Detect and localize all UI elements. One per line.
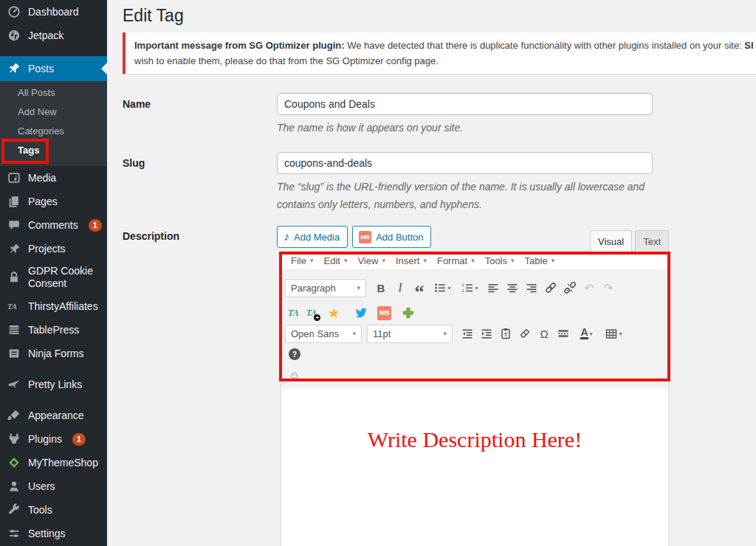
slug-input[interactable]: [277, 152, 653, 174]
menu-table[interactable]: Table: [520, 254, 560, 268]
bullet-list-button[interactable]: [429, 278, 456, 297]
sidebar-item-tags[interactable]: Tags: [0, 141, 107, 160]
align-right-button[interactable]: [522, 278, 541, 297]
insert-shortcode-button[interactable]: [399, 303, 418, 322]
svg-text:T: T: [504, 331, 508, 338]
editor-mode-tabs: Visual Text: [590, 230, 669, 252]
outdent-button[interactable]: [458, 324, 477, 343]
paragraph-format-select[interactable]: Paragraph: [285, 279, 366, 297]
sidebar-item-projects[interactable]: Projects: [0, 237, 107, 260]
sidebar-item-tools[interactable]: Tools: [0, 498, 107, 522]
toolbar-row-5: ☺: [285, 365, 664, 384]
twitter-button[interactable]: [351, 303, 370, 322]
media-icon: ♪: [284, 231, 289, 243]
sidebar-item-plugins[interactable]: Plugins 1: [0, 427, 107, 451]
page-title: Edit Tag: [123, 6, 184, 26]
sidebar-item-thirstyaffiliates[interactable]: TA ThirstyAffiliates: [0, 294, 107, 318]
sidebar-item-add-new[interactable]: Add New: [0, 103, 107, 122]
sidebar-item-all-posts[interactable]: All Posts: [0, 83, 107, 103]
sidebar-item-dashboard[interactable]: Dashboard: [0, 0, 107, 24]
numbered-list-button[interactable]: 12: [456, 278, 484, 297]
sidebar-item-appearance[interactable]: Appearance: [0, 404, 107, 427]
add-button-button[interactable]: MB Add Button: [352, 226, 431, 248]
link-button[interactable]: [541, 278, 560, 297]
lock-icon: [7, 270, 21, 285]
sidebar-item-pretty-links[interactable]: Pretty Links: [0, 373, 107, 396]
font-size-select[interactable]: 11pt: [367, 325, 453, 343]
ta-icon: TA: [288, 308, 299, 319]
name-help-text: The name is how it appears on your site.: [277, 119, 463, 136]
menu-edit[interactable]: Edit: [318, 254, 352, 268]
text-color-button[interactable]: A: [573, 324, 600, 343]
redo-button[interactable]: ↷: [599, 278, 618, 297]
read-more-button[interactable]: [554, 324, 573, 343]
name-label: Name: [123, 98, 151, 110]
tab-text[interactable]: Text: [635, 230, 669, 252]
sidebar-item-ninja-forms[interactable]: Ninja Forms: [0, 342, 107, 365]
pages-icon: [7, 194, 21, 209]
mb-icon: MB: [359, 231, 371, 243]
sidebar-item-label: Appearance: [28, 410, 84, 422]
sidebar-item-label: Media: [28, 172, 56, 184]
sidebar-item-jetpack[interactable]: Jetpack: [0, 24, 107, 47]
sidebar-item-settings[interactable]: Settings: [0, 522, 107, 545]
sidebar-item-categories[interactable]: Categories: [0, 122, 107, 141]
sidebar-item-comments[interactable]: Comments 1: [0, 213, 107, 237]
help-icon: ?: [289, 348, 300, 360]
sidebar-item-media[interactable]: Media: [0, 166, 107, 190]
special-character-button[interactable]: Ω: [535, 324, 554, 343]
media-icon: [7, 170, 21, 185]
clear-formatting-button[interactable]: [515, 324, 535, 343]
rating-star-button[interactable]: ★: [324, 303, 343, 322]
help-button[interactable]: ?: [285, 345, 304, 364]
admin-sidebar: Dashboard Jetpack Posts All Posts Add Ne…: [0, 0, 107, 546]
indent-button[interactable]: [477, 324, 496, 343]
align-left-button[interactable]: [484, 278, 503, 297]
sidebar-item-label: GDPR Cookie Consent: [28, 265, 101, 290]
menu-format[interactable]: Format: [432, 254, 480, 268]
add-media-label: Add Media: [294, 232, 340, 243]
blockquote-button[interactable]: “: [410, 274, 429, 302]
table-button[interactable]: [600, 324, 628, 343]
sidebar-item-pages[interactable]: Pages: [0, 190, 107, 213]
menu-tools[interactable]: Tools: [480, 254, 520, 268]
notice-bold-text: Important message from SG Optimizer plug…: [134, 40, 345, 51]
plugins-count-badge: 1: [72, 433, 86, 446]
sidebar-item-label: Users: [28, 480, 55, 493]
sidebar-item-mythemeshop[interactable]: MyThemeShop: [0, 451, 107, 474]
italic-button[interactable]: I: [391, 278, 410, 297]
undo-button[interactable]: ↶: [580, 278, 599, 297]
slug-label: Slug: [123, 157, 145, 169]
toolbar-row-2: TA TA+ ★ MB: [285, 303, 664, 322]
dashboard-icon: [7, 4, 21, 19]
sidebar-item-posts[interactable]: Posts: [0, 56, 107, 81]
sidebar-item-label: Tools: [28, 504, 52, 516]
sidebar-item-users[interactable]: Users: [0, 474, 107, 498]
paste-as-text-button[interactable]: T: [496, 324, 515, 343]
add-media-button[interactable]: ♪ Add Media: [277, 226, 348, 248]
bold-button[interactable]: B: [371, 278, 391, 297]
menu-file[interactable]: File: [286, 254, 318, 268]
sidebar-item-label: Pages: [28, 196, 58, 208]
unlink-button[interactable]: [560, 278, 580, 297]
name-input[interactable]: [277, 93, 653, 115]
emoticons-button[interactable]: ☺: [285, 365, 304, 384]
settings-icon: [7, 526, 21, 541]
menu-view[interactable]: View: [352, 254, 390, 268]
text-color-glyph: A: [580, 328, 588, 339]
sidebar-item-gdpr-cookie-consent[interactable]: GDPR Cookie Consent: [0, 260, 107, 294]
form-icon: [7, 346, 21, 361]
font-family-select[interactable]: Open Sans: [285, 325, 362, 343]
mb-shortcode-button[interactable]: MB: [377, 303, 391, 322]
editor-content-area[interactable]: Write Description Here!: [281, 389, 668, 546]
thirstyaffiliates-add-link-button[interactable]: TA+: [306, 303, 317, 322]
sidebar-item-label: Plugins: [28, 433, 62, 446]
toolbar-row-3: Open Sans 11pt T Ω: [285, 324, 664, 343]
align-center-button[interactable]: [503, 278, 522, 297]
tab-visual[interactable]: Visual: [590, 230, 632, 252]
thirstyaffiliates-link-button[interactable]: TA: [288, 303, 299, 322]
menu-insert[interactable]: Insert: [391, 254, 432, 268]
sidebar-item-tablepress[interactable]: TablePress: [0, 318, 107, 342]
main-content: Edit Tag Important message from SG Optim…: [107, 0, 756, 546]
brush-icon: [7, 408, 21, 423]
